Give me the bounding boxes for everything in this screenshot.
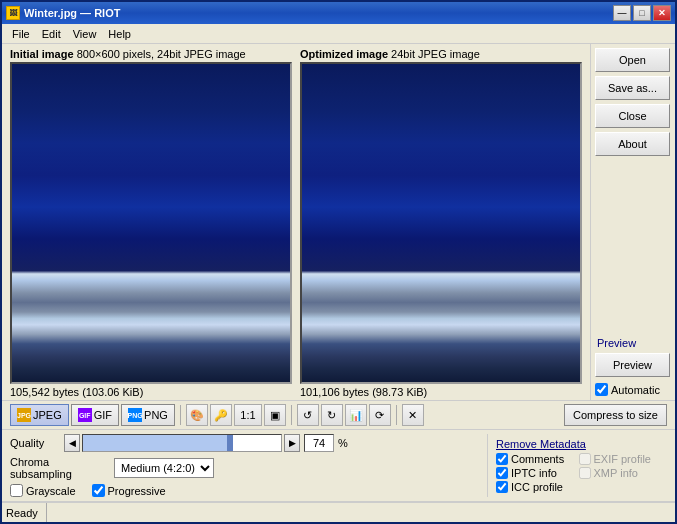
images-area: Initial image 800×600 pixels, 24bit JPEG…: [2, 44, 590, 400]
close-button[interactable]: Close: [595, 104, 670, 128]
progressive-checkbox[interactable]: [92, 484, 105, 497]
quality-slider-thumb: [227, 435, 233, 451]
iptc-label: IPTC info: [511, 467, 557, 479]
key-button[interactable]: 🔑: [210, 404, 232, 426]
automatic-row: Automatic: [595, 383, 671, 396]
exif-label: EXIF profile: [594, 453, 651, 465]
toolbar: JPG JPEG GIF GIF PNG PNG 🎨 🔑 1:1 ▣ ↺ ↻ 📊…: [2, 400, 675, 430]
metadata-xmp: ICC profile: [496, 481, 577, 493]
quality-value[interactable]: 74: [304, 434, 334, 452]
save-as-button[interactable]: Save as...: [595, 76, 670, 100]
compress-to-size-button[interactable]: Compress to size: [564, 404, 667, 426]
initial-image-panel: [10, 62, 292, 384]
automatic-checkbox[interactable]: [595, 383, 608, 396]
quality-percent: %: [338, 437, 348, 449]
optimized-image-size: 101,106 bytes (98.73 KiB): [290, 386, 582, 398]
initial-image-size: 105,542 bytes (103.06 KiB): [10, 386, 290, 398]
exif-checkbox[interactable]: [579, 453, 591, 465]
main-content: Initial image 800×600 pixels, 24bit JPEG…: [2, 44, 675, 400]
initial-image-info: 800×600 pixels, 24bit JPEG image: [77, 48, 246, 60]
initial-image-header: Initial image 800×600 pixels, 24bit JPEG…: [10, 48, 290, 60]
metadata-exif: EXIF profile: [579, 453, 660, 465]
gif-format-button[interactable]: GIF GIF: [71, 404, 119, 426]
menu-view[interactable]: View: [67, 26, 103, 42]
menu-bar: File Edit View Help: [2, 24, 675, 44]
quality-slider-container: ◀ ▶: [64, 434, 300, 452]
main-window: 🖼 Winter.jpg — RIOT — □ ✕ File Edit View…: [0, 0, 677, 524]
quality-slider-track[interactable]: [82, 434, 282, 452]
quality-row: Quality ◀ ▶ 74 %: [10, 434, 487, 452]
grayscale-checkbox[interactable]: [10, 484, 23, 497]
image-panels: [2, 62, 590, 384]
initial-image-label: Initial image: [10, 48, 74, 60]
toolbar-separator-1: [180, 405, 181, 425]
initial-image-display: [12, 64, 290, 382]
optimized-image-info: 24bit JPEG image: [391, 48, 480, 60]
quality-slider-fill: [83, 435, 230, 451]
undo-button[interactable]: ↺: [297, 404, 319, 426]
gif-label: GIF: [94, 409, 112, 421]
optimized-image-panel: [300, 62, 582, 384]
zoom-1-1-button[interactable]: 1:1: [234, 404, 262, 426]
menu-edit[interactable]: Edit: [36, 26, 67, 42]
right-panel: Open Save as... Close About Preview Prev…: [590, 44, 675, 400]
metadata-iptc: IPTC info: [496, 467, 577, 479]
maximize-button[interactable]: □: [633, 5, 651, 21]
icc-checkbox[interactable]: [579, 467, 591, 479]
about-button[interactable]: About: [595, 132, 670, 156]
iptc-checkbox[interactable]: [496, 467, 508, 479]
chroma-select[interactable]: None (4:4:4) Low (4:2:2) Medium (4:2:0) …: [114, 458, 214, 478]
delete-button[interactable]: ✕: [402, 404, 424, 426]
fit-window-button[interactable]: ▣: [264, 404, 286, 426]
jpeg-icon: JPG: [17, 408, 31, 422]
preview-label: Preview: [595, 337, 671, 349]
png-icon: PNG: [128, 408, 142, 422]
xmp-label: ICC profile: [511, 481, 563, 493]
grayscale-label: Grayscale: [26, 485, 76, 497]
metadata-grid: Comments EXIF profile IPTC info XMP info…: [496, 453, 659, 493]
redo-button[interactable]: ↻: [321, 404, 343, 426]
preview-button[interactable]: Preview: [595, 353, 670, 377]
optimized-image-header: Optimized image 24bit JPEG image: [290, 48, 582, 60]
progressive-label: Progressive: [108, 485, 166, 497]
gif-icon: GIF: [78, 408, 92, 422]
progressive-option: Progressive: [92, 484, 166, 497]
quality-decrease-button[interactable]: ◀: [64, 434, 80, 452]
jpeg-label: JPEG: [33, 409, 62, 421]
status-bar: Ready: [2, 502, 675, 522]
chroma-label: Chroma subsampling: [10, 456, 110, 480]
image-headers: Initial image 800×600 pixels, 24bit JPEG…: [2, 44, 590, 62]
metadata-title[interactable]: Remove Metadata: [496, 438, 659, 450]
app-icon: 🖼: [6, 6, 20, 20]
metadata-comments: Comments: [496, 453, 577, 465]
check-options: Grayscale Progressive: [10, 484, 487, 497]
metadata-panel: Remove Metadata Comments EXIF profile IP…: [487, 434, 667, 497]
toolbar-separator-3: [396, 405, 397, 425]
title-bar: 🖼 Winter.jpg — RIOT — □ ✕: [2, 2, 675, 24]
quality-increase-button[interactable]: ▶: [284, 434, 300, 452]
options-area: Quality ◀ ▶ 74 % Chroma subsampling None…: [2, 430, 675, 502]
close-window-button[interactable]: ✕: [653, 5, 671, 21]
minimize-button[interactable]: —: [613, 5, 631, 21]
menu-help[interactable]: Help: [102, 26, 137, 42]
comments-label: Comments: [511, 453, 564, 465]
status-text: Ready: [6, 503, 47, 522]
options-left: Quality ◀ ▶ 74 % Chroma subsampling None…: [10, 434, 487, 497]
open-button[interactable]: Open: [595, 48, 670, 72]
xmp-checkbox[interactable]: [496, 481, 508, 493]
png-label: PNG: [144, 409, 168, 421]
image-info-bar: 105,542 bytes (103.06 KiB) 101,106 bytes…: [2, 384, 590, 400]
histogram-button[interactable]: 📊: [345, 404, 367, 426]
chroma-row: Chroma subsampling None (4:4:4) Low (4:2…: [10, 456, 487, 480]
automatic-label: Automatic: [611, 384, 660, 396]
metadata-icc: XMP info: [579, 467, 660, 479]
png-format-button[interactable]: PNG PNG: [121, 404, 175, 426]
comments-checkbox[interactable]: [496, 453, 508, 465]
menu-file[interactable]: File: [6, 26, 36, 42]
icc-label: XMP info: [594, 467, 638, 479]
toolbar-separator-2: [291, 405, 292, 425]
color-wheel-button[interactable]: 🎨: [186, 404, 208, 426]
jpeg-format-button[interactable]: JPG JPEG: [10, 404, 69, 426]
rotate-button[interactable]: ⟳: [369, 404, 391, 426]
optimized-image-label: Optimized image: [300, 48, 388, 60]
